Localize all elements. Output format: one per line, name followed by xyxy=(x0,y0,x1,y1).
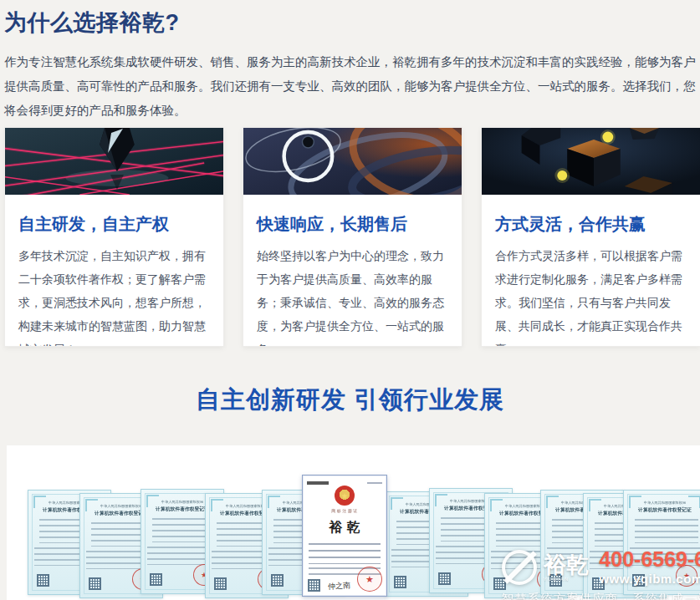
crystal-laser-image xyxy=(5,128,223,195)
national-emblem-icon: ★ xyxy=(335,486,355,506)
official-seal: ★ xyxy=(357,567,382,592)
intro-paragraph: 作为专注智慧化系统集成软硬件研发、销售、服务为主的高新技术企业，裕乾拥有多年的技… xyxy=(4,50,698,123)
card-title: 自主研发，自主产权 xyxy=(18,213,210,236)
intro-section: 为什么选择裕乾? 作为专注智慧化系统集成软硬件研发、销售、服务为主的高新技术企业… xyxy=(4,0,698,123)
qr-code xyxy=(214,577,227,590)
trademark-name: 裕乾 xyxy=(325,519,365,536)
cert-text-lines xyxy=(635,519,698,543)
trademark-certificate: ★商标注册证裕乾仲之南★ xyxy=(302,475,387,597)
site-watermark: 裕乾 YUQIAN 400-6569-698 www.yqibm.com 智慧系… xyxy=(502,548,700,600)
signature: 仲之南 xyxy=(327,580,350,592)
card-title: 方式灵活，合作共赢 xyxy=(495,213,687,236)
section-title: 自主创新研发 引领行业发展 xyxy=(0,384,700,417)
card-self-research: 自主研发，自主产权 多年技术沉淀，自主知识产权，拥有二十余项软件著作权；更了解客… xyxy=(4,127,224,347)
card-text: 合作方式灵活多样，可以根据客户需求进行定制化服务，满足客户多样需求。我们坚信，只… xyxy=(495,244,687,347)
website-url: www.yqibm.com xyxy=(599,572,700,586)
trademark-cert-title: 商标注册证 xyxy=(331,508,359,511)
qr-code xyxy=(271,574,284,587)
page-title: 为什么选择裕乾? xyxy=(4,8,698,38)
card-title: 快速响应，长期售后 xyxy=(257,213,448,236)
card-text: 始终坚持以客户为中心的理念，致力于为客户提供高质量、高效率的服务；秉承诚信、专业… xyxy=(257,244,448,347)
qr-code xyxy=(438,572,451,585)
brand-name-latin: YUQIAN xyxy=(544,577,570,579)
brand-name: 裕乾 xyxy=(544,553,590,577)
contact-block: 400-6569-698 www.yqibm.com xyxy=(599,548,700,586)
qr-code xyxy=(89,577,101,590)
card-fast-response: 快速响应，长期售后 始终坚持以客户为中心的理念，致力于为客户提供高质量、高效率的… xyxy=(243,127,462,347)
qr-code xyxy=(150,573,162,586)
card-text: 多年技术沉淀，自主知识产权，拥有二十余项软件著作权；更了解客户需求，更洞悉技术风… xyxy=(18,244,210,347)
phone-number: 400-6569-698 xyxy=(599,548,700,570)
qr-code xyxy=(37,574,49,587)
cert-issuer: 中华人民共和国国家版权局 xyxy=(644,501,686,502)
cert-issuer: 中华人民共和国国家版权局 xyxy=(100,504,142,506)
qr-code xyxy=(394,576,406,588)
qr-code xyxy=(308,579,320,592)
tagline: 智慧系统方案供应商 · 系统集成一站式服务商 xyxy=(502,592,700,600)
cert-title: 计算机软件著作权登记证 xyxy=(156,506,209,510)
cert-title: 计算机软件著作权登记证 xyxy=(638,506,692,511)
feature-cards: 自主研发，自主产权 多年技术沉淀，自主知识产权，拥有二十余项软件著作权；更了解客… xyxy=(4,127,700,347)
metal-rings-image xyxy=(243,128,462,195)
brand-block: 裕乾 YUQIAN xyxy=(544,553,590,582)
cert-issuer: 中华人民共和国国家版权局 xyxy=(161,500,203,501)
card-flexible-cooperation: 方式灵活，合作共赢 合作方式灵活多样，可以根据客户需求进行定制化服务，满足客户多… xyxy=(481,127,700,347)
cert-text-lines xyxy=(309,543,381,564)
yuqian-logo-icon xyxy=(502,550,537,585)
cubes-spheres-image xyxy=(482,128,700,195)
